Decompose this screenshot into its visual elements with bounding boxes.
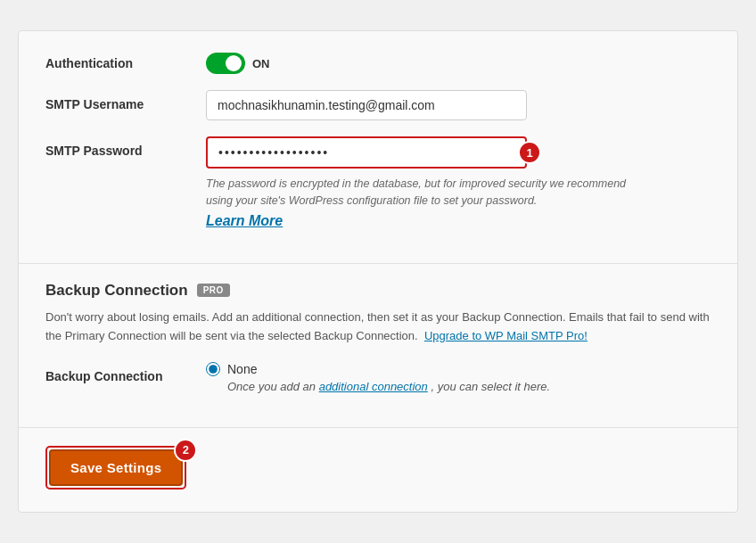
backup-none-radio[interactable] [206, 362, 220, 376]
backup-connection-title: Backup Connection [45, 282, 188, 300]
additional-connection-link[interactable]: additional connection [319, 380, 428, 393]
smtp-username-input[interactable] [206, 90, 527, 120]
smtp-password-input[interactable] [206, 136, 527, 169]
authentication-toggle[interactable] [206, 53, 245, 74]
authentication-label: Authentication [45, 49, 206, 70]
smtp-username-label: SMTP Username [45, 90, 206, 111]
upgrade-link[interactable]: Upgrade to WP Mail SMTP Pro! [424, 329, 588, 342]
save-settings-button[interactable]: Save Settings [49, 449, 183, 486]
pro-badge: PRO [197, 284, 230, 297]
save-badge: 2 [174, 439, 197, 462]
bottom-section: Save Settings 2 [19, 428, 737, 512]
password-badge: 1 [518, 141, 541, 164]
password-hint: The password is encrypted in the databas… [206, 176, 652, 210]
backup-connection-desc: Don't worry about losing emails. Add an … [45, 309, 711, 346]
save-button-outline: Save Settings 2 [45, 446, 186, 490]
backup-none-label: None [227, 362, 257, 376]
learn-more-link[interactable]: Learn More [206, 213, 283, 228]
backup-hint-text: Once you add an additional connection , … [227, 380, 711, 393]
toggle-state-label: ON [252, 57, 270, 70]
save-button-wrap: Save Settings 2 [49, 449, 183, 486]
backup-connection-label: Backup Connection [45, 362, 206, 383]
smtp-password-label: SMTP Password [45, 136, 206, 158]
smtp-password-wrap: 1 [206, 136, 527, 169]
backup-connection-header: Backup Connection PRO [45, 282, 711, 300]
